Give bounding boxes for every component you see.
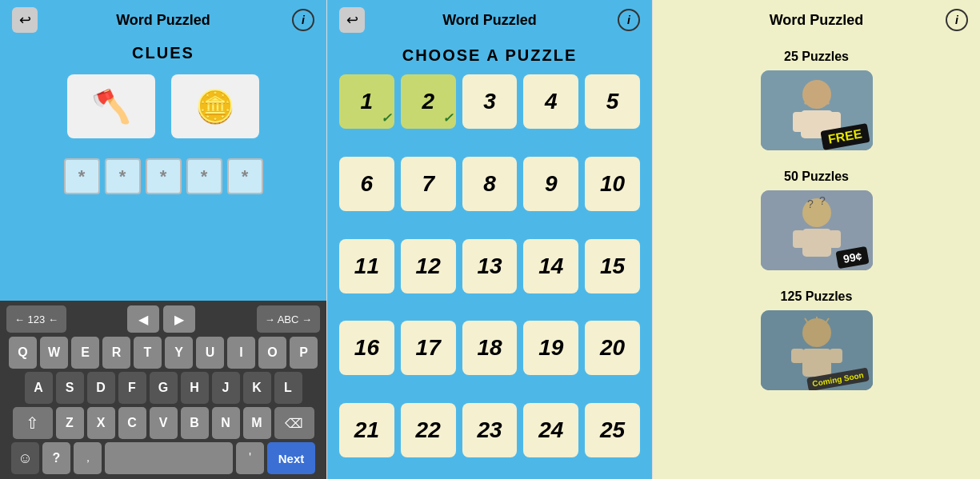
kb-key-g[interactable]: G xyxy=(150,372,178,404)
kb-key-j[interactable]: J xyxy=(212,372,240,404)
answer-boxes: * * * * * xyxy=(0,158,326,194)
kb-key-b[interactable]: B xyxy=(181,407,209,439)
kb-key-p[interactable]: P xyxy=(290,337,318,369)
kb-key-w[interactable]: W xyxy=(40,337,68,369)
panel-clues: ↩ Word Puzzled i CLUES 🪓 🪙 * * * * * ← 1… xyxy=(0,0,326,479)
panel2-header: ↩ Word Puzzled i xyxy=(327,0,652,40)
kb-key-q[interactable]: Q xyxy=(9,337,37,369)
kb-emoji-button[interactable]: ☺ xyxy=(11,442,39,474)
puzzle-cell-24[interactable]: 24 xyxy=(523,403,578,457)
puzzle-cell-18[interactable]: 18 xyxy=(462,321,518,375)
puzzle-cell-25[interactable]: 25 xyxy=(585,403,640,457)
kb-key-i[interactable]: I xyxy=(227,337,255,369)
puzzle-cell-8[interactable]: 8 xyxy=(462,157,518,211)
axe-icon: 🪓 xyxy=(91,88,131,126)
info-button-2[interactable]: i xyxy=(618,9,640,31)
purchase-label-3: 125 Puzzles xyxy=(781,289,853,304)
kb-key-x[interactable]: X xyxy=(87,407,115,439)
kb-left-arrow[interactable]: ◀ xyxy=(127,305,159,333)
puzzle-cell-5[interactable]: 5 xyxy=(585,74,640,129)
kb-right-arrow[interactable]: ▶ xyxy=(163,305,195,333)
kb-123-button[interactable]: ← 123 ← xyxy=(6,305,66,333)
kb-row-3: ⇧ Z X C V B N M ⌫ xyxy=(3,407,323,439)
kb-abc-button[interactable]: → ABC → xyxy=(257,305,320,333)
kb-apostrophe-button[interactable]: ' xyxy=(236,442,264,474)
purchase-image-2[interactable]: ? ? 99¢ xyxy=(761,190,873,270)
back-button-2[interactable]: ↩ xyxy=(339,7,365,33)
puzzle-cell-17[interactable]: 17 xyxy=(401,321,456,375)
kb-key-t[interactable]: T xyxy=(134,337,162,369)
puzzle-cell-13[interactable]: 13 xyxy=(462,239,518,293)
kb-key-k[interactable]: K xyxy=(243,372,271,404)
puzzle-cell-6[interactable]: 6 xyxy=(339,157,394,211)
kb-shift-button[interactable]: ⇧ xyxy=(13,407,53,439)
puzzle-grid: 1✓2✓345678910111213141516171819202122232… xyxy=(327,74,652,479)
panel2-title: Word Puzzled xyxy=(442,12,537,29)
kb-key-a[interactable]: A xyxy=(25,372,53,404)
kb-key-l[interactable]: L xyxy=(274,372,302,404)
kb-key-y[interactable]: Y xyxy=(165,337,193,369)
kb-arrow-group: ◀ ▶ xyxy=(127,305,195,333)
puzzle-cell-1[interactable]: 1✓ xyxy=(339,74,394,129)
keyboard-toolbar: ← 123 ← ◀ ▶ → ABC → xyxy=(3,305,323,333)
puzzle-cell-16[interactable]: 16 xyxy=(339,321,394,375)
puzzle-cell-12[interactable]: 12 xyxy=(401,239,456,293)
puzzle-cell-23[interactable]: 23 xyxy=(462,403,518,457)
kb-comma-button[interactable]: ， xyxy=(74,442,102,474)
kb-key-h[interactable]: H xyxy=(181,372,209,404)
purchase-image-3[interactable]: Coming Soon xyxy=(761,310,873,390)
kb-key-c[interactable]: C xyxy=(118,407,146,439)
panel3-title: Word Puzzled xyxy=(770,12,864,29)
puzzle-cell-20[interactable]: 20 xyxy=(585,321,640,375)
puzzle-cell-10[interactable]: 10 xyxy=(585,157,640,211)
kb-delete-button[interactable]: ⌫ xyxy=(274,407,314,439)
panel1-header: ↩ Word Puzzled i xyxy=(0,0,326,40)
puzzle-cell-11[interactable]: 11 xyxy=(339,239,394,293)
puzzle-cell-4[interactable]: 4 xyxy=(523,74,578,129)
answer-box-5: * xyxy=(227,158,263,194)
kb-space-button[interactable] xyxy=(105,442,233,474)
info-button-3[interactable]: i xyxy=(946,9,968,31)
purchase-image-1[interactable]: FREE xyxy=(761,70,873,150)
kb-next-button[interactable]: Next xyxy=(267,442,315,474)
back-button[interactable]: ↩ xyxy=(12,7,38,33)
info-button-1[interactable]: i xyxy=(292,9,314,31)
puzzle-cell-3[interactable]: 3 xyxy=(462,74,518,129)
completed-checkmark: ✓ xyxy=(442,110,453,126)
panel-choose-puzzle: ↩ Word Puzzled i CHOOSE A PUZZLE 1✓2✓345… xyxy=(326,0,653,479)
kb-key-d[interactable]: D xyxy=(87,372,115,404)
kb-key-n[interactable]: N xyxy=(212,407,240,439)
kb-key-z[interactable]: Z xyxy=(56,407,84,439)
puzzle-cell-21[interactable]: 21 xyxy=(339,403,394,457)
puzzle-cell-7[interactable]: 7 xyxy=(401,157,456,211)
svg-rect-16 xyxy=(802,349,831,377)
kb-key-r[interactable]: R xyxy=(102,337,130,369)
kb-key-s[interactable]: S xyxy=(56,372,84,404)
puzzle-cell-15[interactable]: 15 xyxy=(585,239,640,293)
purchase-section-2: 50 Puzzles ? ? 99¢ xyxy=(653,170,980,270)
kb-key-f[interactable]: F xyxy=(118,372,146,404)
puzzle-cell-14[interactable]: 14 xyxy=(523,239,578,293)
puzzle-cell-22[interactable]: 22 xyxy=(401,403,456,457)
kb-row-2: A S D F G H J K L xyxy=(3,372,323,404)
answer-box-2: * xyxy=(105,158,141,194)
kb-key-v[interactable]: V xyxy=(150,407,178,439)
panel1-title: Word Puzzled xyxy=(116,12,210,29)
keyboard: ← 123 ← ◀ ▶ → ABC → Q W E R T Y U I O P … xyxy=(0,301,326,479)
panel-purchase: Word Puzzled i 25 Puzzles FREE 50 Puzzle… xyxy=(653,0,980,479)
svg-text:?: ? xyxy=(819,194,826,207)
kb-key-e[interactable]: E xyxy=(71,337,99,369)
kb-key-o[interactable]: O xyxy=(258,337,286,369)
puzzle-cell-9[interactable]: 9 xyxy=(523,157,578,211)
clue-images: 🪓 🪙 xyxy=(0,74,326,138)
completed-checkmark: ✓ xyxy=(381,110,391,126)
answer-box-4: * xyxy=(186,158,222,194)
svg-rect-18 xyxy=(830,349,842,363)
kb-key-m[interactable]: M xyxy=(243,407,271,439)
coin-icon: 🪙 xyxy=(195,88,235,126)
puzzle-cell-19[interactable]: 19 xyxy=(523,321,578,375)
svg-rect-11 xyxy=(829,230,841,248)
kb-question-button[interactable]: ? xyxy=(42,442,70,474)
kb-key-u[interactable]: U xyxy=(196,337,224,369)
puzzle-cell-2[interactable]: 2✓ xyxy=(401,74,456,129)
